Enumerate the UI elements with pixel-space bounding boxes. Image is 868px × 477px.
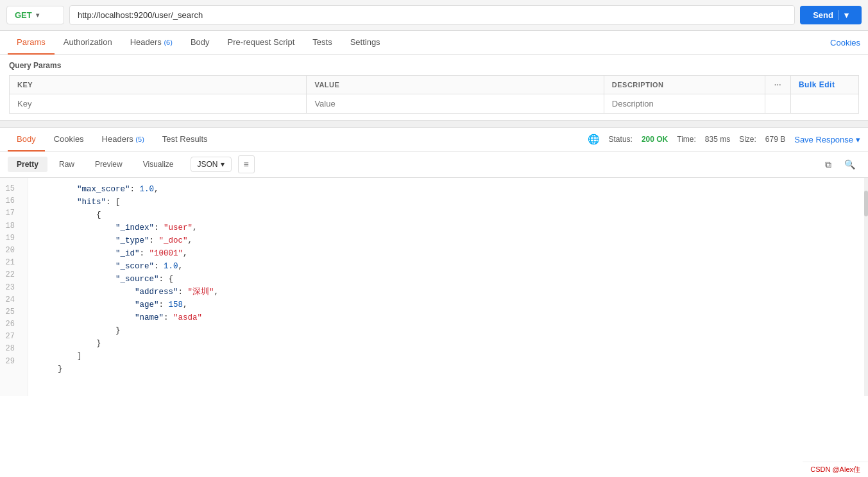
value-input[interactable] [314,99,595,108]
section-divider [0,120,868,128]
scroll-indicator [864,178,868,396]
tab-body[interactable]: Body [182,31,219,55]
tab-authorization[interactable]: Authorization [55,31,121,55]
json-chevron: ▾ [221,160,225,169]
code-line-29: } [38,363,864,376]
json-label: JSON [198,160,218,169]
size-label: Size: [739,135,756,144]
tab-prerequest[interactable]: Pre-request Script [219,31,304,55]
description-input[interactable] [612,99,757,108]
col-description: DESCRIPTION [604,76,765,94]
col-bulk[interactable]: Bulk Edit [790,76,858,94]
wrap-button[interactable]: ≡ [238,155,255,173]
code-line-15: "max_score": 1.0, [38,183,864,196]
size-value: 679 B [765,135,785,144]
format-tab-raw[interactable]: Raw [50,157,83,172]
res-tab-headers-label: Headers [102,134,136,144]
time-value: 835 ms [705,135,730,144]
code-line-20: "_id": "10001", [38,247,864,260]
params-table: KEY VALUE DESCRIPTION ··· Bulk Edit [9,75,859,114]
search-button[interactable]: 🔍 [839,156,860,173]
res-tab-cookies[interactable]: Cookies [45,128,93,152]
tab-params-label: Params [17,37,46,47]
bulk-edit-button[interactable]: Bulk Edit [799,80,835,89]
res-tab-body-label: Body [17,134,36,144]
send-label: Send [813,10,833,20]
value-placeholder[interactable] [307,94,604,114]
response-toolbar: Pretty Raw Preview Visualize JSON ▾ ≡ ⧉ … [0,152,868,178]
code-line-26: } [38,324,864,337]
format-tab-visualize[interactable]: Visualize [134,157,183,172]
params-section: Query Params KEY VALUE DESCRIPTION ··· B… [0,55,868,114]
copy-button[interactable]: ⧉ [820,156,837,173]
col-key: KEY [10,76,307,94]
response-tabs: Body Cookies Headers (5) Test Results 🌐 … [0,128,868,152]
res-tab-headers[interactable]: Headers (5) [93,128,153,152]
scroll-thumb [864,191,868,216]
code-line-23: "address": "深圳", [38,286,864,299]
url-input[interactable] [69,5,795,25]
tab-tests-label: Tests [312,37,332,47]
tab-prerequest-label: Pre-request Script [228,37,295,47]
tab-body-label: Body [191,37,210,47]
code-line-22: "_source": { [38,273,864,286]
headers-badge: (6) [164,39,172,46]
key-placeholder[interactable] [10,94,307,114]
tab-tests[interactable]: Tests [303,31,341,55]
code-line-16: "hits": [ [38,196,864,209]
code-line-18: "_index": "user", [38,221,864,234]
save-response-button[interactable]: Save Response ▾ [794,135,860,144]
code-line-19: "_type": "_doc", [38,234,864,247]
send-chevron: ▾ [838,10,849,20]
time-label: Time: [677,135,696,144]
format-tab-pretty[interactable]: Pretty [8,157,47,172]
res-tab-test-results[interactable]: Test Results [153,128,217,152]
params-empty-row [10,94,859,114]
tab-headers-label: Headers [130,37,164,47]
line-numbers: 15 16 17 18 19 20 21 22 23 24 25 26 27 2… [0,178,28,396]
response-status: 🌐 Status: 200 OK Time: 835 ms Size: 679 … [588,134,860,145]
format-tab-preview[interactable]: Preview [86,157,132,172]
tab-headers[interactable]: Headers (6) [121,31,182,55]
send-button[interactable]: Send ▾ [800,6,862,24]
description-placeholder[interactable] [604,94,765,114]
url-bar: GET ▾ Send ▾ [0,0,868,31]
res-tab-test-results-label: Test Results [162,134,208,144]
code-line-27: } [38,337,864,350]
code-line-21: "_score": 1.0, [38,260,864,273]
col-value: VALUE [307,76,604,94]
code-content: "max_score": 1.0, "hits": [ { "_index": … [28,178,864,396]
key-input[interactable] [17,99,298,108]
code-line-25: "name": "asda" [38,311,864,324]
code-line-24: "age": 158, [38,299,864,311]
tab-settings-label: Settings [350,37,380,47]
status-label: Status: [609,135,633,144]
tab-settings[interactable]: Settings [341,31,389,55]
method-label: GET [15,10,32,20]
code-line-17: { [38,209,864,221]
bulk-cell [790,94,858,114]
status-ok: 200 OK [642,135,668,144]
save-chevron: ▾ [856,135,860,144]
res-tab-cookies-label: Cookies [54,134,84,144]
response-section: Body Cookies Headers (5) Test Results 🌐 … [0,128,868,396]
code-line-28: ] [38,350,864,363]
code-area[interactable]: 15 16 17 18 19 20 21 22 23 24 25 26 27 2… [0,178,868,396]
params-title: Query Params [9,61,859,70]
actions-cell [765,94,790,114]
tab-params[interactable]: Params [8,31,55,55]
res-headers-badge: (5) [135,135,144,143]
method-select[interactable]: GET ▾ [6,6,64,24]
request-tabs: Params Authorization Headers (6) Body Pr… [0,31,868,55]
json-format-select[interactable]: JSON ▾ [191,157,232,172]
res-tab-body[interactable]: Body [8,128,45,152]
col-actions: ··· [765,76,790,94]
tab-authorization-label: Authorization [64,37,112,47]
cookies-link[interactable]: Cookies [830,38,860,48]
method-chevron: ▾ [36,12,39,19]
globe-icon: 🌐 [588,134,600,145]
